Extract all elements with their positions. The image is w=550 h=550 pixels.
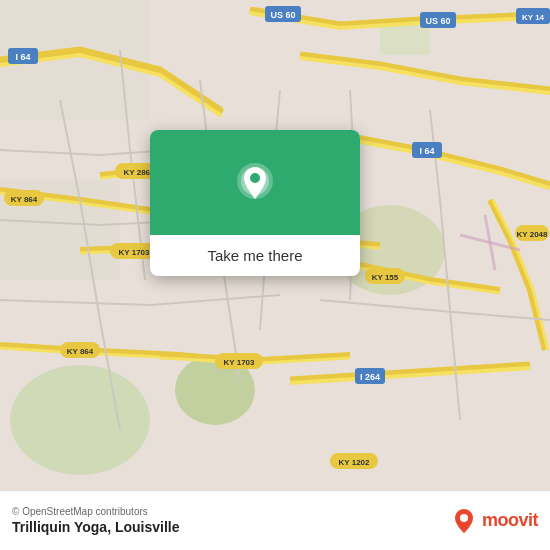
map-container: I 64 US 60 US 60 KY 14 KY 864 KY 2860 I … (0, 0, 550, 490)
svg-point-1 (10, 365, 150, 475)
svg-text:I 64: I 64 (419, 146, 434, 156)
svg-text:KY 864: KY 864 (11, 195, 38, 204)
svg-point-37 (250, 173, 260, 183)
popup-card: Take me there (150, 130, 360, 276)
svg-text:KY 155: KY 155 (372, 273, 399, 282)
svg-text:KY 14: KY 14 (522, 13, 545, 22)
osm-credit: © OpenStreetMap contributors (12, 506, 180, 517)
location-pin-icon (233, 161, 277, 205)
svg-text:US 60: US 60 (425, 16, 450, 26)
svg-text:KY 1703: KY 1703 (224, 358, 256, 367)
moovit-logo[interactable]: moovit (450, 507, 538, 535)
moovit-icon (450, 507, 478, 535)
svg-text:I 264: I 264 (360, 372, 380, 382)
bottom-bar: © OpenStreetMap contributors Trilliquin … (0, 490, 550, 550)
svg-point-38 (460, 514, 468, 522)
moovit-text: moovit (482, 510, 538, 531)
svg-text:I 64: I 64 (15, 52, 30, 62)
svg-text:KY 864: KY 864 (67, 347, 94, 356)
place-name: Trilliquin Yoga, Louisville (12, 519, 180, 535)
svg-text:KY 1202: KY 1202 (339, 458, 371, 467)
bottom-left-info: © OpenStreetMap contributors Trilliquin … (12, 506, 180, 535)
svg-text:KY 1703: KY 1703 (119, 248, 151, 257)
take-me-there-button[interactable]: Take me there (150, 235, 360, 276)
svg-text:US 60: US 60 (270, 10, 295, 20)
popup-green-area (150, 130, 360, 235)
svg-text:KY 2048: KY 2048 (517, 230, 549, 239)
